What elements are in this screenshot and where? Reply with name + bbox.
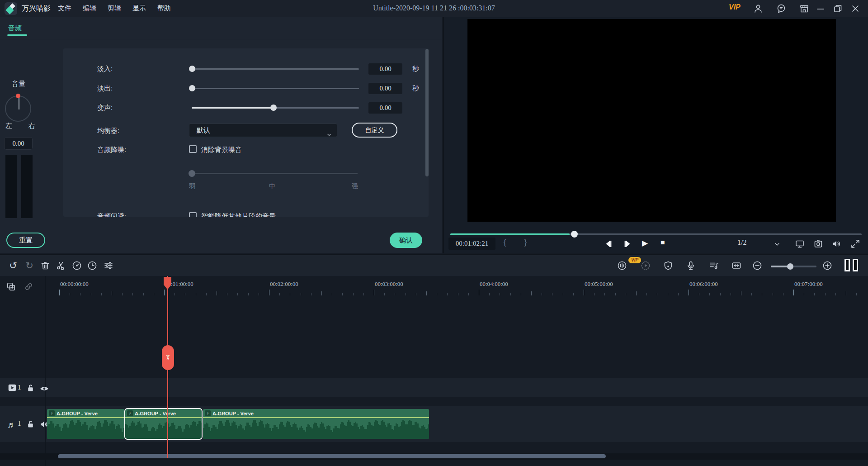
pitch-slider-thumb[interactable] — [270, 105, 277, 111]
play-button[interactable]: ▶ — [642, 238, 653, 249]
equalizer-select[interactable]: 默认 — [189, 124, 337, 137]
track-header-divider — [45, 276, 46, 466]
store-icon[interactable] — [799, 3, 810, 14]
menu-item-0[interactable]: 文件 — [58, 4, 71, 13]
split-scissors-icon[interactable] — [56, 260, 67, 272]
redo-button[interactable]: ↻ — [24, 260, 35, 272]
duration-icon[interactable] — [87, 260, 99, 272]
ruler-tick — [458, 293, 458, 295]
fade-in-value-input[interactable]: 0.00 — [368, 63, 402, 75]
audio-mixer-icon[interactable] — [708, 260, 720, 272]
ruler-tick — [783, 293, 783, 295]
mark-in-button[interactable]: { — [503, 238, 507, 247]
stop-button[interactable]: ■ — [660, 238, 671, 249]
audio-clip-1[interactable]: ♪A-GROUP - Verve — [125, 409, 202, 439]
account-icon[interactable] — [753, 3, 764, 14]
chevron-down-icon — [327, 128, 331, 133]
adjust-icon[interactable] — [103, 260, 115, 272]
denoise-strength-thumb[interactable] — [189, 170, 195, 177]
seek-bar-thumb[interactable] — [571, 231, 578, 238]
tab-active-underline — [7, 34, 27, 36]
ruler-tick — [132, 293, 133, 295]
fade-in-slider-thumb[interactable] — [189, 66, 195, 72]
zoom-out-button[interactable] — [752, 260, 764, 272]
reset-button[interactable]: 重置 — [6, 233, 45, 248]
link-icon[interactable] — [24, 281, 34, 292]
menu-item-2[interactable]: 剪辑 — [108, 4, 121, 13]
panel-layout-icon[interactable] — [844, 259, 850, 271]
video-track-visibility-icon[interactable] — [39, 384, 50, 395]
fade-in-unit: 秒 — [412, 65, 419, 73]
timeline-scrollbar-thumb[interactable] — [58, 454, 606, 458]
video-track-lock-icon[interactable] — [26, 383, 37, 394]
scissors-icon: ✂ — [156, 355, 180, 361]
vip-button[interactable]: VIP — [729, 3, 741, 11]
preview-zoom-select[interactable]: 1/2 — [737, 238, 746, 247]
render-preview-icon[interactable] — [617, 260, 628, 272]
ruler-tick — [206, 293, 207, 295]
audio-clip-0[interactable]: ♪A-GROUP - Verve — [47, 409, 125, 439]
play-rendered-icon[interactable] — [640, 260, 652, 272]
menu-item-4[interactable]: 帮助 — [157, 4, 171, 13]
ruler-tick — [835, 293, 836, 295]
fade-out-slider-thumb[interactable] — [189, 85, 195, 91]
fade-out-slider[interactable] — [192, 88, 359, 89]
volume-knob[interactable] — [5, 95, 31, 122]
ducking-checkbox[interactable] — [189, 212, 197, 217]
ruler-tick — [416, 293, 416, 295]
previous-frame-button[interactable] — [603, 238, 614, 249]
equalizer-customize-button[interactable]: 自定义 — [352, 123, 397, 138]
mute-icon[interactable] — [831, 238, 842, 249]
menu-item-1[interactable]: 编辑 — [83, 4, 96, 13]
tab-audio[interactable]: 音频 — [8, 24, 22, 33]
restore-button[interactable] — [832, 3, 843, 14]
fade-out-value-input[interactable]: 0.00 — [368, 83, 402, 94]
delete-icon[interactable] — [40, 260, 52, 272]
snapshot-icon[interactable] — [813, 238, 824, 249]
ruler-tick — [678, 293, 679, 295]
timeline-zoom-slider[interactable] — [771, 266, 816, 267]
marker-shield-icon[interactable] — [663, 260, 675, 272]
ruler-tick — [426, 291, 427, 295]
split-playhead-button[interactable]: ✂ — [162, 345, 174, 370]
volume-envelope-line[interactable] — [125, 417, 202, 418]
zoom-in-button[interactable] — [822, 260, 834, 272]
ruler-tick — [143, 293, 144, 295]
waveform-baseline — [203, 437, 429, 439]
audio-track-lock-icon[interactable] — [26, 419, 37, 430]
minimize-button[interactable] — [815, 3, 826, 14]
time-ruler[interactable]: 00:00:00:0000:01:00:0000:02:00:0000:03:0… — [0, 276, 868, 296]
volume-value-input[interactable]: 0.00 — [4, 137, 33, 150]
undo-button[interactable]: ↺ — [7, 260, 19, 272]
audio-clip-2[interactable]: ♪A-GROUP - Verve — [203, 409, 429, 439]
volume-envelope-line[interactable] — [203, 417, 429, 418]
display-device-icon[interactable] — [794, 238, 805, 249]
panel-layout-icon[interactable] — [853, 259, 858, 271]
denoise-checkbox[interactable] — [189, 145, 197, 153]
confirm-button[interactable]: 确认 — [390, 233, 422, 248]
mark-out-button[interactable]: } — [524, 238, 528, 247]
timeline-zoom-thumb[interactable] — [787, 263, 793, 270]
current-timecode: 00:01:02:21 — [448, 238, 495, 250]
audio-properties-panel: 音频 音量 左 右 0.00 淡入: 0.00 秒 淡出: 0.00 秒 变声: — [0, 17, 442, 253]
music-note-icon: ♪ — [205, 410, 211, 416]
ruler-tick — [720, 293, 721, 295]
volume-envelope-line[interactable] — [47, 417, 125, 418]
fit-timeline-icon[interactable] — [731, 260, 743, 272]
record-voiceover-icon[interactable] — [685, 260, 697, 272]
close-button[interactable] — [850, 3, 861, 14]
ruler-tick — [825, 293, 826, 295]
fullscreen-icon[interactable] — [850, 238, 861, 249]
fade-in-slider[interactable] — [192, 68, 359, 70]
speed-icon[interactable] — [71, 260, 83, 272]
settings-vertical-scrollbar[interactable] — [425, 49, 429, 176]
pitch-value-input[interactable]: 0.00 — [368, 102, 402, 114]
seek-bar[interactable] — [450, 233, 862, 235]
denoise-strength-slider[interactable] — [189, 173, 358, 174]
menu-item-3[interactable]: 显示 — [132, 4, 146, 13]
video-track-icon — [7, 383, 18, 394]
feedback-icon[interactable] — [776, 3, 787, 14]
next-frame-button[interactable] — [622, 238, 633, 249]
copy-icon[interactable] — [6, 281, 17, 292]
ducking-checkbox-label: 智能降低其他片段的音量 — [201, 212, 276, 217]
